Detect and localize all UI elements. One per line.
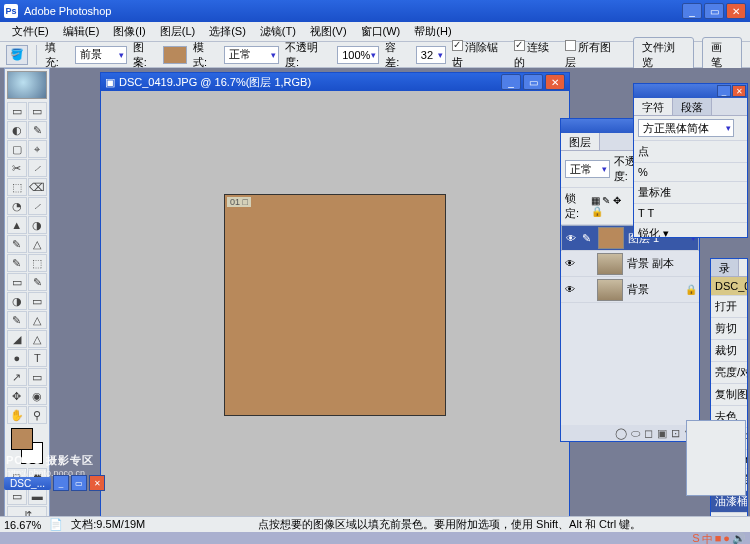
tool-7[interactable]: ⟋ bbox=[28, 159, 48, 177]
maximize-button[interactable]: ▭ bbox=[704, 3, 724, 19]
fg-color[interactable] bbox=[11, 428, 33, 450]
dock-close[interactable]: ✕ bbox=[89, 475, 105, 491]
layer-thumb[interactable] bbox=[597, 253, 623, 275]
fill-select[interactable]: 前景 bbox=[75, 46, 126, 64]
tool-25[interactable]: △ bbox=[28, 330, 48, 348]
menu-filter[interactable]: 滤镜(T) bbox=[254, 22, 302, 41]
action-item[interactable]: 复制图层 bbox=[711, 384, 747, 406]
folder-icon[interactable]: ◻ bbox=[644, 427, 653, 440]
tool-17[interactable]: ⬚ bbox=[28, 254, 48, 272]
new-layer-icon[interactable]: ⊡ bbox=[671, 427, 680, 440]
navigator-panel[interactable] bbox=[686, 420, 746, 496]
tool-30[interactable]: ✥ bbox=[7, 387, 27, 405]
tool-preset-icon[interactable]: 🪣 bbox=[6, 45, 28, 65]
doc-maximize[interactable]: ▭ bbox=[523, 74, 543, 90]
doc-close[interactable]: ✕ bbox=[545, 74, 565, 90]
alllayers-check[interactable]: 所有图层 bbox=[565, 40, 621, 70]
tool-33[interactable]: ⚲ bbox=[28, 406, 48, 424]
action-item[interactable]: 打开 bbox=[711, 296, 747, 318]
tool-29[interactable]: ▭ bbox=[28, 368, 48, 386]
tab-character[interactable]: 字符 bbox=[634, 98, 673, 115]
adjustment-icon[interactable]: ▣ bbox=[657, 427, 667, 440]
font-select[interactable]: 方正黑体简体 bbox=[638, 119, 734, 137]
tool-15[interactable]: △ bbox=[28, 235, 48, 253]
menu-layer[interactable]: 图层(L) bbox=[154, 22, 201, 41]
layer-thumb[interactable] bbox=[597, 279, 623, 301]
tool-10[interactable]: ◔ bbox=[7, 197, 27, 215]
tool-21[interactable]: ▭ bbox=[28, 292, 48, 310]
layer-row[interactable]: 👁 背景 🔒 bbox=[561, 277, 699, 303]
dock-tab[interactable]: DSC_... bbox=[4, 477, 51, 490]
layer-thumb[interactable] bbox=[598, 227, 624, 249]
menu-select[interactable]: 选择(S) bbox=[203, 22, 252, 41]
tool-11[interactable]: ⟋ bbox=[28, 197, 48, 215]
tool-26[interactable]: ● bbox=[7, 349, 27, 367]
zoom-level[interactable]: 16.67% bbox=[4, 519, 41, 531]
tool-3[interactable]: ✎ bbox=[28, 121, 48, 139]
menu-help[interactable]: 帮助(H) bbox=[408, 22, 457, 41]
tool-20[interactable]: ◑ bbox=[7, 292, 27, 310]
tool-32[interactable]: ✋ bbox=[7, 406, 27, 424]
visibility-icon[interactable]: 👁 bbox=[563, 283, 577, 297]
tool-27[interactable]: T bbox=[28, 349, 48, 367]
tray-icon[interactable]: 🔊 bbox=[732, 532, 746, 544]
tolerance-input[interactable]: 32 bbox=[416, 46, 446, 64]
mode-select[interactable]: 正常 bbox=[224, 46, 279, 64]
tool-31[interactable]: ◉ bbox=[28, 387, 48, 405]
tool-1[interactable]: ▭ bbox=[28, 102, 48, 120]
tray-icon[interactable]: 中 bbox=[702, 532, 713, 544]
tool-14[interactable]: ✎ bbox=[7, 235, 27, 253]
tool-2[interactable]: ◐ bbox=[7, 121, 27, 139]
tool-28[interactable]: ↗ bbox=[7, 368, 27, 386]
action-item[interactable]: 亮度/对比 bbox=[711, 362, 747, 384]
tool-4[interactable]: ▢ bbox=[7, 140, 27, 158]
blend-mode[interactable]: 正常 bbox=[565, 160, 610, 178]
tool-12[interactable]: ▲ bbox=[7, 216, 27, 234]
tool-24[interactable]: ◢ bbox=[7, 330, 27, 348]
tool-19[interactable]: ✎ bbox=[28, 273, 48, 291]
tool-16[interactable]: ✎ bbox=[7, 254, 27, 272]
contiguous-check[interactable]: 连续的 bbox=[514, 40, 559, 70]
action-item[interactable]: 剪切 bbox=[711, 318, 747, 340]
canvas[interactable]: 01 □ bbox=[101, 91, 569, 519]
tray-icon[interactable]: S bbox=[692, 532, 699, 544]
tool-0[interactable]: ▭ bbox=[7, 102, 27, 120]
mask-icon[interactable]: ⬭ bbox=[631, 427, 640, 440]
opacity-select[interactable]: 100% bbox=[337, 46, 379, 64]
doc-minimize[interactable]: _ bbox=[501, 74, 521, 90]
action-item[interactable]: 裁切 bbox=[711, 340, 747, 362]
pattern-swatch[interactable] bbox=[163, 46, 187, 64]
tool-8[interactable]: ⬚ bbox=[7, 178, 27, 196]
dock-min[interactable]: _ bbox=[53, 475, 69, 491]
dock-max[interactable]: ▭ bbox=[71, 475, 87, 491]
tool-23[interactable]: △ bbox=[28, 311, 48, 329]
visibility-icon[interactable]: 👁 bbox=[563, 257, 577, 271]
tool-9[interactable]: ⌫ bbox=[28, 178, 48, 196]
panel-min[interactable]: _ bbox=[717, 85, 731, 97]
tab-paragraph[interactable]: 段落 bbox=[673, 98, 712, 115]
menu-file[interactable]: 文件(E) bbox=[6, 22, 55, 41]
tool-5[interactable]: ⌖ bbox=[28, 140, 48, 158]
tray-icon[interactable]: ■ bbox=[715, 532, 722, 544]
tray-icon[interactable]: ● bbox=[723, 532, 730, 544]
artboard[interactable]: 01 □ bbox=[224, 194, 446, 416]
lock-icons[interactable]: ▦ ✎ ✥ 🔒 bbox=[591, 195, 630, 217]
menu-view[interactable]: 视图(V) bbox=[304, 22, 353, 41]
close-button[interactable]: ✕ bbox=[726, 3, 746, 19]
layer-name[interactable]: 背景 副本 bbox=[627, 256, 674, 271]
visibility-icon[interactable]: 👁 bbox=[564, 231, 578, 245]
menu-image[interactable]: 图像(I) bbox=[107, 22, 151, 41]
layer-name[interactable]: 背景 bbox=[627, 282, 649, 297]
tool-6[interactable]: ✂ bbox=[7, 159, 27, 177]
minimize-button[interactable]: _ bbox=[682, 3, 702, 19]
menu-edit[interactable]: 编辑(E) bbox=[57, 22, 106, 41]
tool-18[interactable]: ▭ bbox=[7, 273, 27, 291]
tool-13[interactable]: ◑ bbox=[28, 216, 48, 234]
panel-close[interactable]: ✕ bbox=[732, 85, 746, 97]
tool-22[interactable]: ✎ bbox=[7, 311, 27, 329]
fx-icon[interactable]: ◯ bbox=[615, 427, 627, 440]
antialias-check[interactable]: 消除锯齿 bbox=[452, 40, 508, 70]
tab-layers[interactable]: 图层 bbox=[561, 133, 600, 150]
menu-window[interactable]: 窗口(W) bbox=[355, 22, 407, 41]
layer-row[interactable]: 👁 背景 副本 bbox=[561, 251, 699, 277]
